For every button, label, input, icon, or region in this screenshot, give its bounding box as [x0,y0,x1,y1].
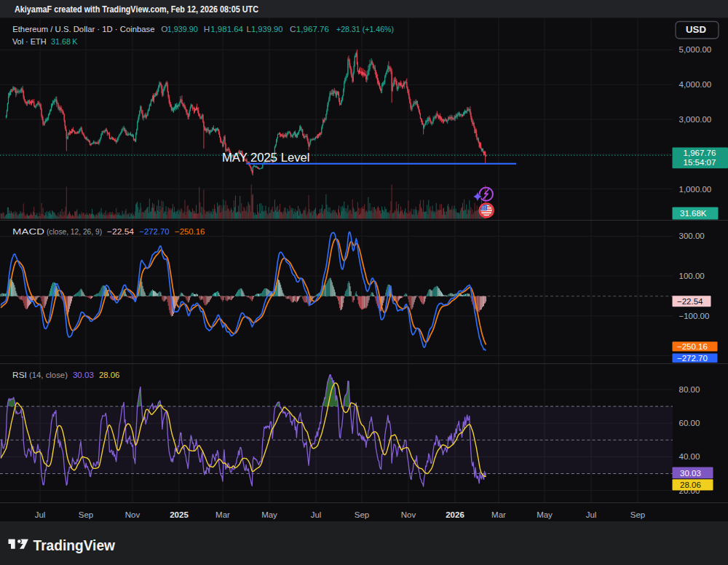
svg-text:1,967.76: 1,967.76 [296,24,330,34]
svg-text:Sep: Sep [355,510,369,519]
svg-text:AkiyamaF created with TradingV: AkiyamaF created with TradingView.com, F… [15,4,258,15]
svg-text:31.68 K: 31.68 K [51,36,78,47]
svg-text:4,000.00: 4,000.00 [679,80,712,89]
svg-text:+28.31 (+1.46%): +28.31 (+1.46%) [336,24,394,34]
svg-text:Jul: Jul [311,510,322,519]
svg-text:(14, close): (14, close) [29,370,68,380]
svg-text:1,939.90: 1,939.90 [251,24,283,34]
svg-text:28.06: 28.06 [680,481,701,489]
svg-text:2026: 2026 [446,510,464,519]
svg-text:5,000.00: 5,000.00 [679,45,712,54]
svg-text:−250.16: −250.16 [175,226,205,237]
svg-text:28.06: 28.06 [99,370,120,380]
svg-text:80.00: 80.00 [679,385,700,394]
svg-text:Jul: Jul [35,510,46,519]
svg-text:May: May [261,510,277,519]
svg-text:100.00: 100.00 [679,272,705,280]
svg-text:Mar: Mar [491,510,506,519]
svg-text:1,967.76: 1,967.76 [684,149,716,157]
svg-text:30.03: 30.03 [680,469,701,478]
svg-text:Nov: Nov [401,510,416,519]
svg-text:Nov: Nov [125,510,141,519]
svg-text:2025: 2025 [170,510,189,519]
svg-text:1,981.64: 1,981.64 [210,24,243,34]
svg-text:60.00: 60.00 [679,419,700,427]
svg-text:−250.16: −250.16 [677,342,708,351]
svg-text:−22.54: −22.54 [677,297,703,306]
svg-text:Ethereum / U.S. Dollar · 1D ·: Ethereum / U.S. Dollar · 1D · Coinbase [12,24,155,34]
svg-text:−272.70: −272.70 [677,354,708,363]
svg-text:Sep: Sep [79,510,93,519]
svg-text:Vol · ETH: Vol · ETH [12,36,47,47]
svg-text:1,939.90: 1,939.90 [167,24,199,34]
svg-text:1,000.00: 1,000.00 [679,185,712,194]
svg-text:USD: USD [686,24,706,35]
svg-text:MACD: MACD [12,226,44,237]
svg-text:Mar: Mar [215,510,230,519]
svg-text:300.00: 300.00 [679,232,705,240]
svg-text:Sep: Sep [630,510,645,519]
svg-text:H: H [204,24,210,34]
svg-text:15:54:07: 15:54:07 [684,158,716,167]
svg-text:30.03: 30.03 [73,370,95,380]
svg-text:−100.00: −100.00 [679,312,710,320]
svg-text:Jul: Jul [586,510,597,519]
svg-text:TradingView: TradingView [33,537,116,553]
svg-text:−272.70: −272.70 [139,226,170,237]
svg-text:3,000.00: 3,000.00 [679,115,712,124]
svg-text:C: C [290,24,296,34]
svg-text:RSI: RSI [12,370,27,380]
svg-text:MAY 2025 Level: MAY 2025 Level [222,151,310,165]
svg-text:−22.54: −22.54 [107,226,134,237]
svg-text:May: May [537,510,553,519]
svg-text:40.00: 40.00 [679,452,700,461]
svg-text:31.68K: 31.68K [680,209,707,218]
svg-text:(close, 12, 26, 9): (close, 12, 26, 9) [47,226,102,237]
